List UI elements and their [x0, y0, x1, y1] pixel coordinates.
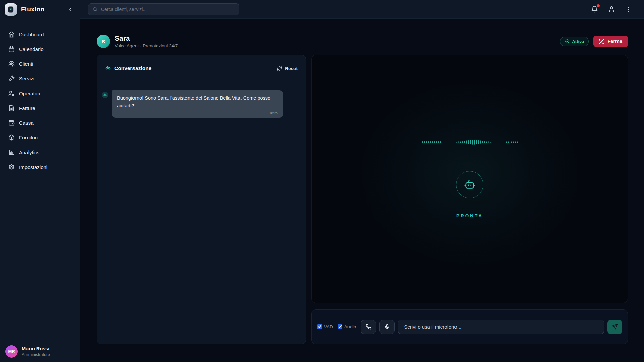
- app-logo: [5, 3, 17, 16]
- waveform-bar: [517, 141, 518, 143]
- content: S Sara Voice Agent · Prenotazioni 24/7 A…: [80, 19, 644, 362]
- waveform-bar: [496, 142, 497, 142]
- waveform-bar: [464, 141, 465, 143]
- sidebar-item-analytics[interactable]: Analytics: [4, 145, 76, 160]
- profile-button[interactable]: [607, 5, 616, 13]
- sidebar-item-label: Servizi: [19, 76, 34, 81]
- agent-stage: PRONTA: [311, 55, 628, 303]
- kebab-menu-icon: [625, 6, 632, 13]
- microphone-button[interactable]: [379, 320, 395, 334]
- phone-off-icon: [599, 39, 604, 44]
- sidebar-item-label: Dashboard: [19, 32, 44, 37]
- wallet-icon: [8, 120, 15, 126]
- sidebar-item-clienti[interactable]: Clienti: [4, 56, 76, 71]
- waveform-bar: [490, 142, 491, 143]
- waveform-bar: [456, 142, 457, 143]
- user-avatar: MR: [5, 345, 18, 358]
- home-icon: [8, 31, 15, 38]
- waveform-bar: [494, 142, 495, 142]
- message-row: Buongiorno! Sono Sara, l'assistente del …: [102, 90, 301, 118]
- stop-agent-button[interactable]: Ferma: [593, 36, 628, 47]
- fluxion-logo-icon: [7, 6, 15, 13]
- calendar-icon: [8, 46, 15, 52]
- vad-label[interactable]: VAD: [324, 324, 333, 329]
- message-text: Buongiorno! Sono Sara, l'assistente del …: [117, 94, 278, 109]
- send-button[interactable]: [607, 320, 622, 334]
- waveform-bar: [515, 141, 516, 143]
- reset-button[interactable]: Reset: [277, 66, 298, 71]
- wrench-icon: [8, 75, 15, 82]
- waveform-bar: [434, 141, 435, 143]
- bot-icon: [103, 93, 107, 97]
- waveform: [422, 139, 518, 145]
- waveform-bar: [488, 141, 489, 143]
- search-icon: [92, 7, 98, 12]
- more-menu-button[interactable]: [625, 5, 633, 13]
- user-icon: [608, 6, 615, 13]
- waveform-bar: [462, 141, 463, 143]
- content-grid: Conversazione Reset Buongiorno! Sono Sar…: [97, 55, 628, 344]
- bar-chart-icon: [8, 149, 15, 156]
- user-name: Mario Rossi: [22, 346, 50, 352]
- search-input[interactable]: [101, 7, 235, 12]
- sidebar-item-label: Impostazioni: [19, 164, 47, 170]
- waveform-bar: [432, 141, 433, 143]
- waveform-bar: [508, 141, 509, 143]
- reset-button-label: Reset: [285, 66, 298, 71]
- microphone-icon: [384, 324, 390, 330]
- main-area: S Sara Voice Agent · Prenotazioni 24/7 A…: [80, 0, 644, 362]
- agent-stage-column: PRONTA VAD Audio: [311, 55, 628, 344]
- agent-header-actions: Attiva Ferma: [560, 36, 628, 47]
- sidebar-item-label: Calendario: [19, 46, 44, 52]
- user-role: Amministratore: [22, 352, 50, 357]
- sidebar-item-operatori[interactable]: Operatori: [4, 86, 76, 101]
- notifications-button[interactable]: [590, 5, 599, 13]
- sidebar-collapse-button[interactable]: [66, 5, 75, 14]
- send-icon: [612, 324, 618, 330]
- audio-toggle-group: Audio: [338, 324, 356, 329]
- sidebar-item-label: Fornitori: [19, 135, 38, 140]
- audio-checkbox[interactable]: [338, 324, 342, 329]
- call-button[interactable]: [361, 320, 376, 334]
- waveform-bar: [460, 141, 461, 143]
- waveform-bar: [450, 142, 451, 142]
- sidebar-item-cassa[interactable]: Cassa: [4, 115, 76, 130]
- refresh-icon: [277, 66, 282, 71]
- waveform-bar: [452, 142, 453, 142]
- waveform-bar: [446, 142, 447, 142]
- conversation-messages[interactable]: Buongiorno! Sono Sara, l'assistente del …: [97, 82, 306, 344]
- waveform-bar: [484, 141, 485, 143]
- sidebar: Fluxion Dashboard Calendario Clienti Ser…: [0, 0, 80, 362]
- waveform-bar: [504, 142, 505, 142]
- sidebar-item-impostazioni[interactable]: Impostazioni: [4, 160, 76, 174]
- vad-checkbox[interactable]: [317, 324, 322, 329]
- sidebar-item-calendario[interactable]: Calendario: [4, 42, 76, 56]
- users-icon: [8, 61, 15, 67]
- sidebar-item-servizi[interactable]: Servizi: [4, 71, 76, 86]
- waveform-bar: [438, 141, 439, 143]
- bot-icon: [105, 65, 111, 71]
- message-input[interactable]: [398, 320, 604, 334]
- audio-label[interactable]: Audio: [344, 324, 356, 329]
- message-bubble: Buongiorno! Sono Sara, l'assistente del …: [112, 90, 283, 118]
- waveform-bar: [422, 141, 423, 143]
- agent-avatar: S: [97, 35, 110, 48]
- waveform-bar: [426, 141, 427, 143]
- topbar: [80, 0, 644, 19]
- waveform-bar: [454, 142, 455, 142]
- message-agent-avatar: [102, 92, 108, 98]
- sidebar-item-fatture[interactable]: Fatture: [4, 101, 76, 115]
- waveform-bar: [444, 142, 445, 142]
- sidebar-item-dashboard[interactable]: Dashboard: [4, 27, 76, 42]
- sidebar-item-label: Cassa: [19, 120, 34, 126]
- waveform-bar: [474, 140, 475, 145]
- composer-bar: VAD Audio: [311, 309, 628, 344]
- waveform-bar: [466, 140, 467, 144]
- sidebar-item-label: Analytics: [19, 149, 39, 155]
- waveform-bar: [506, 141, 507, 143]
- global-search[interactable]: [88, 3, 239, 15]
- invoice-icon: [8, 105, 15, 111]
- message-timestamp: 18:25: [117, 111, 278, 115]
- sidebar-user[interactable]: MR Mario Rossi Amministratore: [0, 341, 80, 362]
- sidebar-item-fornitori[interactable]: Fornitori: [4, 130, 76, 145]
